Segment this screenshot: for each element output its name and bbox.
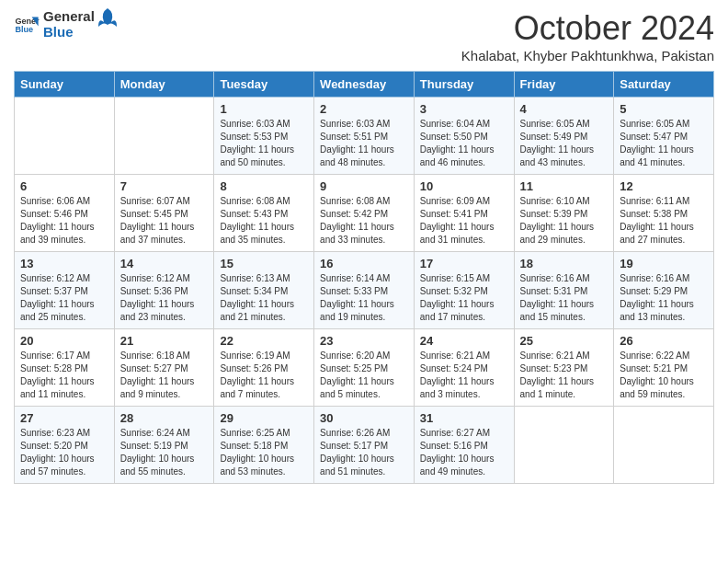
day-number: 7	[120, 179, 209, 193]
day-number: 12	[620, 179, 708, 193]
day-number: 22	[220, 334, 308, 348]
cell-info: Sunrise: 6:12 AMSunset: 5:37 PMDaylight:…	[20, 272, 108, 324]
day-number: 24	[420, 334, 508, 348]
day-number: 10	[420, 179, 508, 193]
day-number: 31	[420, 411, 508, 425]
location-subtitle: Khalabat, Khyber Pakhtunkhwa, Pakistan	[461, 48, 714, 63]
calendar-week-2: 6Sunrise: 6:06 AMSunset: 5:46 PMDaylight…	[15, 175, 714, 252]
calendar-week-1: 1Sunrise: 6:03 AMSunset: 5:53 PMDaylight…	[15, 98, 714, 175]
cell-info: Sunrise: 6:10 AMSunset: 5:39 PMDaylight:…	[520, 195, 609, 247]
cell-info: Sunrise: 6:25 AMSunset: 5:18 PMDaylight:…	[220, 427, 308, 478]
calendar-cell: 26Sunrise: 6:22 AMSunset: 5:21 PMDayligh…	[614, 329, 714, 407]
calendar-cell: 7Sunrise: 6:07 AMSunset: 5:45 PMDaylight…	[114, 175, 214, 252]
calendar-cell: 17Sunrise: 6:15 AMSunset: 5:32 PMDayligh…	[414, 252, 514, 329]
calendar-cell: 19Sunrise: 6:16 AMSunset: 5:29 PMDayligh…	[614, 252, 714, 329]
calendar-cell: 11Sunrise: 6:10 AMSunset: 5:39 PMDayligh…	[514, 175, 614, 252]
day-number: 2	[320, 102, 408, 116]
cell-info: Sunrise: 6:12 AMSunset: 5:36 PMDaylight:…	[120, 272, 209, 324]
cell-info: Sunrise: 6:04 AMSunset: 5:50 PMDaylight:…	[420, 118, 508, 169]
calendar-cell: 31Sunrise: 6:27 AMSunset: 5:16 PMDayligh…	[414, 407, 514, 484]
header-tuesday: Tuesday	[214, 72, 314, 98]
day-number: 3	[420, 102, 508, 116]
cell-info: Sunrise: 6:21 AMSunset: 5:24 PMDaylight:…	[420, 350, 508, 401]
cell-info: Sunrise: 6:03 AMSunset: 5:53 PMDaylight:…	[220, 118, 308, 169]
cell-info: Sunrise: 6:24 AMSunset: 5:19 PMDaylight:…	[120, 427, 209, 478]
day-number: 26	[620, 334, 708, 348]
day-number: 1	[220, 102, 308, 116]
cell-info: Sunrise: 6:11 AMSunset: 5:38 PMDaylight:…	[620, 195, 708, 247]
calendar-header-row: SundayMondayTuesdayWednesdayThursdayFrid…	[15, 72, 714, 98]
day-number: 14	[120, 257, 209, 270]
calendar-cell: 9Sunrise: 6:08 AMSunset: 5:42 PMDaylight…	[314, 175, 415, 252]
calendar-cell: 8Sunrise: 6:08 AMSunset: 5:43 PMDaylight…	[214, 175, 314, 252]
day-number: 30	[320, 411, 408, 425]
calendar-cell: 12Sunrise: 6:11 AMSunset: 5:38 PMDayligh…	[614, 175, 714, 252]
logo-bird-icon	[98, 8, 117, 36]
cell-info: Sunrise: 6:08 AMSunset: 5:43 PMDaylight:…	[220, 195, 308, 247]
calendar-cell: 29Sunrise: 6:25 AMSunset: 5:18 PMDayligh…	[214, 407, 314, 484]
month-title: October 2024	[461, 9, 714, 48]
header-wednesday: Wednesday	[314, 72, 415, 98]
cell-info: Sunrise: 6:21 AMSunset: 5:23 PMDaylight:…	[520, 350, 609, 401]
day-number: 8	[220, 179, 308, 193]
day-number: 9	[320, 179, 408, 193]
day-number: 13	[20, 257, 108, 270]
day-number: 29	[220, 411, 308, 425]
calendar-cell: 5Sunrise: 6:05 AMSunset: 5:47 PMDaylight…	[614, 98, 714, 175]
calendar-cell: 1Sunrise: 6:03 AMSunset: 5:53 PMDaylight…	[214, 98, 314, 175]
day-number: 16	[320, 257, 408, 270]
day-number: 19	[620, 257, 708, 270]
header-thursday: Thursday	[414, 72, 514, 98]
cell-info: Sunrise: 6:05 AMSunset: 5:49 PMDaylight:…	[520, 118, 609, 169]
cell-info: Sunrise: 6:16 AMSunset: 5:31 PMDaylight:…	[520, 272, 609, 324]
cell-info: Sunrise: 6:05 AMSunset: 5:47 PMDaylight:…	[620, 118, 708, 169]
title-block: October 2024 Khalabat, Khyber Pakhtunkhw…	[461, 9, 714, 63]
calendar-week-3: 13Sunrise: 6:12 AMSunset: 5:37 PMDayligh…	[15, 252, 714, 329]
cell-info: Sunrise: 6:13 AMSunset: 5:34 PMDaylight:…	[220, 272, 308, 324]
cell-info: Sunrise: 6:06 AMSunset: 5:46 PMDaylight:…	[20, 195, 108, 247]
header-saturday: Saturday	[614, 72, 714, 98]
calendar-cell: 18Sunrise: 6:16 AMSunset: 5:31 PMDayligh…	[514, 252, 614, 329]
day-number: 5	[620, 102, 708, 116]
calendar-cell: 25Sunrise: 6:21 AMSunset: 5:23 PMDayligh…	[514, 329, 614, 407]
header-monday: Monday	[114, 72, 214, 98]
cell-info: Sunrise: 6:15 AMSunset: 5:32 PMDaylight:…	[420, 272, 508, 324]
calendar-cell: 13Sunrise: 6:12 AMSunset: 5:37 PMDayligh…	[15, 252, 115, 329]
cell-info: Sunrise: 6:16 AMSunset: 5:29 PMDaylight:…	[620, 272, 708, 324]
calendar-cell: 2Sunrise: 6:03 AMSunset: 5:51 PMDaylight…	[314, 98, 415, 175]
day-number: 27	[20, 411, 108, 425]
day-number: 25	[520, 334, 609, 348]
cell-info: Sunrise: 6:27 AMSunset: 5:16 PMDaylight:…	[420, 427, 508, 478]
header-sunday: Sunday	[15, 72, 115, 98]
calendar-cell: 20Sunrise: 6:17 AMSunset: 5:28 PMDayligh…	[15, 329, 115, 407]
cell-info: Sunrise: 6:20 AMSunset: 5:25 PMDaylight:…	[320, 350, 408, 401]
calendar-cell: 10Sunrise: 6:09 AMSunset: 5:41 PMDayligh…	[414, 175, 514, 252]
calendar-cell: 4Sunrise: 6:05 AMSunset: 5:49 PMDaylight…	[514, 98, 614, 175]
calendar-table: SundayMondayTuesdayWednesdayThursdayFrid…	[14, 71, 714, 484]
calendar-week-5: 27Sunrise: 6:23 AMSunset: 5:20 PMDayligh…	[15, 407, 714, 484]
header-friday: Friday	[514, 72, 614, 98]
cell-info: Sunrise: 6:17 AMSunset: 5:28 PMDaylight:…	[20, 350, 108, 401]
cell-info: Sunrise: 6:07 AMSunset: 5:45 PMDaylight:…	[120, 195, 209, 247]
calendar-cell: 6Sunrise: 6:06 AMSunset: 5:46 PMDaylight…	[15, 175, 115, 252]
calendar-cell: 27Sunrise: 6:23 AMSunset: 5:20 PMDayligh…	[15, 407, 115, 484]
calendar-cell: 30Sunrise: 6:26 AMSunset: 5:17 PMDayligh…	[314, 407, 415, 484]
day-number: 6	[20, 179, 108, 193]
calendar-cell: 15Sunrise: 6:13 AMSunset: 5:34 PMDayligh…	[214, 252, 314, 329]
logo: General Blue General Blue	[14, 9, 117, 40]
cell-info: Sunrise: 6:09 AMSunset: 5:41 PMDaylight:…	[420, 195, 508, 247]
cell-info: Sunrise: 6:23 AMSunset: 5:20 PMDaylight:…	[20, 427, 108, 478]
calendar-week-4: 20Sunrise: 6:17 AMSunset: 5:28 PMDayligh…	[15, 329, 714, 407]
cell-info: Sunrise: 6:08 AMSunset: 5:42 PMDaylight:…	[320, 195, 408, 247]
calendar-cell	[614, 407, 714, 484]
day-number: 4	[520, 102, 609, 116]
logo-icon: General Blue	[14, 12, 40, 38]
logo-general: General	[43, 9, 95, 25]
calendar-cell	[15, 98, 115, 175]
day-number: 11	[520, 179, 609, 193]
cell-info: Sunrise: 6:19 AMSunset: 5:26 PMDaylight:…	[220, 350, 308, 401]
calendar-cell: 16Sunrise: 6:14 AMSunset: 5:33 PMDayligh…	[314, 252, 415, 329]
cell-info: Sunrise: 6:22 AMSunset: 5:21 PMDaylight:…	[620, 350, 708, 401]
day-number: 20	[20, 334, 108, 348]
day-number: 23	[320, 334, 408, 348]
